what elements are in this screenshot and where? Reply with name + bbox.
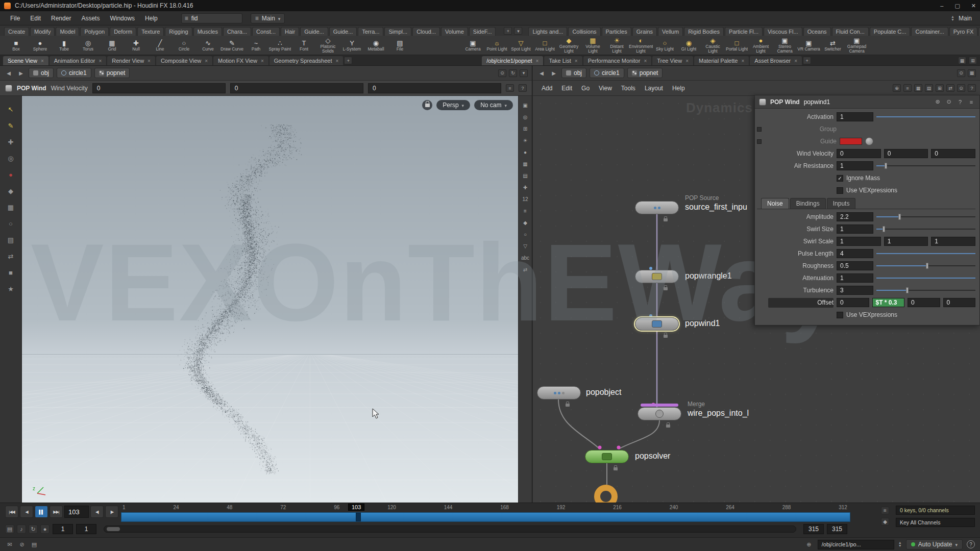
- render-flag-icon[interactable]: ●: [5, 168, 17, 181]
- activation-slider[interactable]: [876, 112, 975, 121]
- path-spinner[interactable]: ▲▼: [898, 541, 902, 547]
- camera-view-icon[interactable]: ◎: [521, 113, 530, 121]
- snapshot-icon[interactable]: ▤: [521, 171, 530, 180]
- range-slider-handle[interactable]: [107, 527, 120, 531]
- close-tab-icon[interactable]: [99, 58, 102, 64]
- op-state-icon[interactable]: ≡: [506, 84, 514, 92]
- param-tab[interactable]: Inputs: [827, 198, 856, 209]
- wrench-icon[interactable]: ⊕: [893, 84, 901, 92]
- shelf-tool[interactable]: ∴ Spray Paint: [268, 37, 292, 54]
- shelf-tool[interactable]: ∿ Curve: [196, 37, 220, 54]
- node-popwrangle1[interactable]: [635, 270, 679, 283]
- shelf-tool[interactable]: ▽ Spot Light: [509, 37, 533, 54]
- offset-z-field[interactable]: 0: [908, 298, 940, 307]
- shelf-tab[interactable]: Collisions: [568, 27, 600, 36]
- pane-tab[interactable]: Composite View: [156, 56, 212, 65]
- shelf-tool[interactable]: ☀ Distant Light: [605, 37, 629, 54]
- shelf-tab[interactable]: Create: [4, 27, 29, 36]
- activation-field[interactable]: 1: [837, 112, 873, 121]
- attenuation-slider[interactable]: [876, 273, 975, 283]
- shelf-tool[interactable]: ⇄ Switcher: [821, 37, 845, 54]
- shelf-tool[interactable]: Y L-System: [340, 37, 364, 54]
- grid-toggle-icon[interactable]: ✚: [521, 183, 530, 192]
- shelf-tab[interactable]: Polygon: [80, 27, 109, 36]
- close-tab-icon[interactable]: [685, 58, 689, 64]
- help-icon[interactable]: ?: [956, 98, 964, 106]
- menu-item[interactable]: Render: [46, 13, 76, 24]
- roughness-slider[interactable]: [876, 261, 975, 270]
- shelf-tab[interactable]: Rigid Bodies: [684, 27, 724, 36]
- network-menu-item[interactable]: Help: [668, 83, 690, 94]
- path-options-icon[interactable]: ▾: [520, 69, 528, 77]
- shelf-tool[interactable]: ▣ Gamepad Camera: [845, 37, 869, 54]
- shelf-tab[interactable]: Grains: [632, 27, 657, 36]
- network-menu-item[interactable]: View: [594, 83, 617, 94]
- shelf-tab[interactable]: Cloud...: [412, 27, 440, 36]
- shelf-tool[interactable]: □ Portal Light: [725, 37, 749, 54]
- snap-options-icon[interactable]: ▦: [5, 201, 17, 213]
- audio-panel-icon[interactable]: ♪: [17, 524, 26, 534]
- view-mode-icon[interactable]: ▣: [521, 101, 530, 110]
- node-popwind1[interactable]: [635, 317, 679, 331]
- offset-w-field[interactable]: 0: [943, 298, 976, 307]
- desktop-selector[interactable]: Main: [251, 13, 285, 23]
- breadcrumb-popnet[interactable]: popnet: [94, 68, 130, 78]
- range-end-field[interactable]: 315: [803, 524, 824, 534]
- shelf-tab[interactable]: Container...: [911, 27, 948, 36]
- shelf-tab[interactable]: Simpl...: [384, 27, 411, 36]
- node-popsolver[interactable]: [585, 450, 629, 463]
- amplitude-field[interactable]: 2.2: [837, 212, 873, 221]
- shelf-tool[interactable]: ◇ Platonic Solids: [316, 37, 340, 54]
- close-tab-icon[interactable]: [575, 58, 578, 64]
- play-backwards-button[interactable]: [20, 506, 33, 518]
- error-badge-icon[interactable]: ⊘: [17, 540, 27, 549]
- node-popsource[interactable]: [635, 201, 679, 214]
- gear-icon[interactable]: ⊛: [934, 98, 942, 106]
- shelf-tab[interactable]: Rigging: [165, 27, 192, 36]
- pause-button[interactable]: [35, 506, 48, 518]
- shelf-tab[interactable]: Vellum: [658, 27, 683, 36]
- group-disable-toggle[interactable]: [757, 127, 762, 132]
- nav-back-icon[interactable]: ◀: [4, 68, 13, 78]
- playbar[interactable]: [121, 512, 850, 522]
- wind-velocity-x-field[interactable]: 0: [92, 83, 226, 93]
- pane-tab[interactable]: Asset Browser: [750, 56, 802, 65]
- shelf-tab[interactable]: SideF...: [469, 27, 496, 36]
- breadcrumb-obj[interactable]: obj: [561, 68, 586, 78]
- pose-tool-icon[interactable]: ◆: [5, 185, 17, 197]
- nav-forward-icon[interactable]: ▶: [549, 68, 558, 78]
- offset-y-expression-field[interactable]: $T * 0.3: [872, 298, 905, 307]
- message-log-icon[interactable]: ✉: [5, 540, 14, 549]
- menu-item[interactable]: Windows: [105, 13, 140, 24]
- favorites-icon[interactable]: ★: [5, 283, 17, 295]
- shelf-tool[interactable]: ◆ Geometry Light: [557, 37, 581, 54]
- swirl-size-slider[interactable]: [876, 224, 975, 234]
- shelf-tool[interactable]: ☼ Point Light: [485, 37, 509, 54]
- shelf-tab[interactable]: Modify: [30, 27, 55, 36]
- jump-to-end-button[interactable]: [50, 506, 63, 518]
- shelf-tool[interactable]: ◈ Caustic Light: [701, 37, 725, 54]
- shelf-tab[interactable]: Muscles: [193, 27, 222, 36]
- wireframe-toggle-icon[interactable]: ▦: [521, 160, 530, 168]
- shelf-tool[interactable]: ● Ambient Light: [749, 37, 773, 54]
- network-menu-item[interactable]: Add: [537, 83, 557, 94]
- param-node-name-field[interactable]: popwind1: [804, 98, 830, 106]
- minimize-icon[interactable]: [940, 3, 943, 9]
- range-slider[interactable]: [104, 525, 796, 533]
- shelf-tool[interactable]: ~ Path: [244, 37, 268, 54]
- desktop-spinner[interactable]: ▲▼: [951, 15, 954, 21]
- wind-velocity-z-field[interactable]: 0: [931, 149, 975, 158]
- prev-frame-button[interactable]: [90, 506, 104, 518]
- current-frame-field[interactable]: 103: [64, 506, 89, 518]
- pane-tab[interactable]: Take List: [544, 56, 582, 65]
- help-icon[interactable]: ?: [968, 84, 976, 92]
- projection-selector[interactable]: Persp: [436, 100, 470, 110]
- sync-path-icon[interactable]: ↻: [509, 69, 517, 77]
- air-resistance-field[interactable]: 1: [837, 161, 873, 170]
- close-tab-icon[interactable]: [536, 58, 539, 64]
- shelf-tool[interactable]: ■ Box: [4, 37, 28, 54]
- viewport-lock-icon[interactable]: [422, 100, 432, 110]
- playhead[interactable]: [356, 513, 361, 521]
- guide-color-swatch[interactable]: [840, 138, 862, 145]
- lighting-toggle-icon[interactable]: ☀: [521, 136, 530, 145]
